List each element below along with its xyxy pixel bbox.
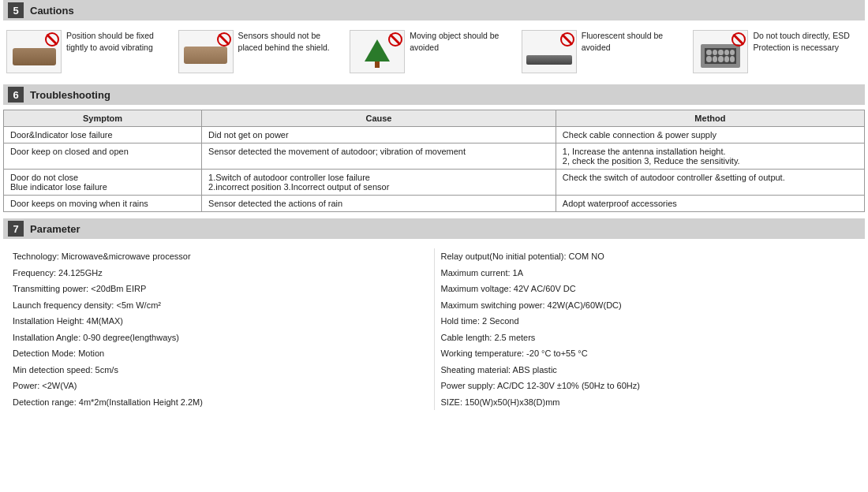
cell-symptom-0: Door&Indicator lose failure [4, 127, 202, 144]
th-cause: Cause [202, 110, 556, 127]
cautions-header: 5 Cautions [3, 0, 865, 20]
no-symbol-fluorescent [560, 32, 574, 47]
param-right-3: Maximum switching power: 42W(AC)/60W(DC) [441, 297, 856, 314]
parameter-title: Parameter [30, 223, 80, 235]
parameter-left-col: Technology: Microwave&microwave processo… [6, 248, 435, 410]
cd4 [724, 50, 729, 56]
param-right-6: Working temperature: -20 °C to+55 °C [441, 345, 856, 362]
cautions-title: Cautions [30, 5, 74, 17]
tree-triangle [365, 39, 390, 62]
caution-text-position: Position should be fixed tightly to avoi… [66, 30, 175, 53]
no-symbol-position [45, 32, 59, 47]
param-left-9: Detection range: 4m*2m(Installation Heig… [13, 394, 428, 411]
device-sensor-shape [13, 48, 56, 65]
cd7 [713, 56, 717, 62]
troubleshooting-title: Troubleshooting [30, 89, 110, 101]
cell-method-1: 1, Increase the antenna installation hei… [556, 144, 864, 170]
no-symbol-moving [388, 32, 402, 47]
table-row: Door keep on closed and openSensor detec… [4, 144, 865, 170]
th-method: Method [556, 110, 864, 127]
param-left-7: Min detection speed: 5cm/s [13, 362, 428, 378]
circuit-inner [705, 48, 736, 64]
cd10 [730, 56, 735, 62]
parameter-header: 7 Parameter [3, 218, 865, 239]
param-left-4: Installation Height: 4M(MAX) [13, 313, 428, 330]
param-right-4: Hold time: 2 Second [441, 313, 856, 330]
troubleshooting-table: Symptom Cause Method Door&Indicator lose… [3, 110, 865, 212]
caution-image-esd [693, 30, 748, 73]
circuit-shape [701, 44, 740, 68]
cell-symptom-1: Door keep on closed and open [4, 144, 202, 170]
table-header-row: Symptom Cause Method [4, 110, 865, 127]
troubleshooting-section: 6 Troubleshooting Symptom Cause Method D… [0, 84, 868, 218]
param-left-3: Launch frequency density: <5m W/cm² [13, 297, 428, 314]
tree-trunk [375, 62, 380, 68]
troubleshooting-number: 6 [8, 87, 24, 102]
param-right-2: Maximum voltage: 42V AC/60V DC [441, 281, 856, 297]
cell-cause-1: Sensor detected the movement of autodoor… [202, 144, 556, 170]
parameter-section: 7 Parameter Technology: Microwave&microw… [0, 218, 868, 421]
param-right-0: Relay output(No initial potential): COM … [441, 248, 856, 265]
parameter-right-col: Relay output(No initial potential): COM … [435, 248, 862, 410]
cell-method-3: Adopt waterproof accessories [556, 196, 864, 212]
caution-item-fluorescent: Fluorescent should be avoided [522, 30, 690, 73]
param-right-1: Maximum current: 1A [441, 265, 856, 281]
caution-item-moving: Moving object should be avoided [350, 30, 518, 73]
caution-image-fluorescent [522, 30, 577, 73]
caution-text-moving: Moving object should be avoided [410, 30, 518, 53]
caution-text-esd: Do not touch directly, ESD Protection is… [753, 30, 862, 53]
cell-method-0: Check cable connection & power supply [556, 127, 864, 144]
no-symbol-sensor [217, 32, 231, 47]
device-sensor-shape2 [184, 47, 227, 64]
cd5 [730, 50, 735, 56]
param-right-9: SIZE: 150(W)x50(H)x38(D)mm [441, 394, 856, 411]
caution-item-esd: Do not touch directly, ESD Protection is… [693, 30, 862, 73]
param-right-8: Power supply: AC/DC 12-30V ±10% (50Hz to… [441, 378, 856, 394]
param-left-6: Detection Mode: Motion [13, 345, 428, 362]
cd3 [718, 50, 723, 56]
parameter-grid: Technology: Microwave&microwave processo… [3, 244, 865, 415]
caution-item-sensor: Sensors should not be placed behind the … [178, 30, 347, 73]
cell-symptom-2: Door do not close Blue indicator lose fa… [4, 170, 202, 196]
param-left-1: Frequency: 24.125GHz [13, 265, 428, 281]
table-row: Door&Indicator lose failureDid not get o… [4, 127, 865, 144]
cell-cause-3: Sensor detected the actions of rain [202, 196, 556, 212]
param-left-8: Power: <2W(VA) [13, 378, 428, 394]
cell-cause-0: Did not get on power [202, 127, 556, 144]
device-flat-shape [526, 55, 572, 65]
cautions-grid: Position should be fixed tightly to avoi… [3, 25, 865, 78]
parameter-number: 7 [8, 221, 24, 237]
param-left-5: Installation Angle: 0-90 degree(lengthwa… [13, 330, 428, 346]
cell-method-2: Check the switch of autodoor controller … [556, 170, 864, 196]
param-left-2: Transmitting power: <20dBm EIRP [13, 281, 428, 297]
cell-cause-2: 1.Switch of autodoor controller lose fai… [202, 170, 556, 196]
cd6 [706, 56, 711, 62]
cautions-section: 5 Cautions Position should be fixed tigh… [0, 0, 868, 84]
caution-text-sensor: Sensors should not be placed behind the … [238, 30, 347, 53]
caution-text-fluorescent: Fluorescent should be avoided [582, 30, 690, 53]
tree-shape [365, 39, 390, 68]
table-row: Door do not close Blue indicator lose fa… [4, 170, 865, 196]
caution-image-position [6, 30, 62, 73]
no-symbol-esd [731, 32, 746, 47]
cautions-number: 5 [8, 2, 24, 18]
param-left-0: Technology: Microwave&microwave processo… [13, 248, 428, 265]
caution-image-sensor [178, 30, 234, 73]
caution-image-moving [350, 30, 405, 73]
th-symptom: Symptom [4, 110, 202, 127]
table-row: Door keeps on moving when it rainsSensor… [4, 196, 865, 212]
cd9 [724, 56, 729, 62]
cd2 [713, 50, 717, 56]
cd1 [706, 50, 711, 56]
caution-item-position: Position should be fixed tightly to avoi… [6, 30, 175, 73]
param-right-5: Cable length: 2.5 meters [441, 330, 856, 346]
param-right-7: Sheating material: ABS plastic [441, 362, 856, 378]
cd8 [718, 56, 723, 62]
troubleshooting-header: 6 Troubleshooting [3, 84, 865, 105]
cell-symptom-3: Door keeps on moving when it rains [4, 196, 202, 212]
